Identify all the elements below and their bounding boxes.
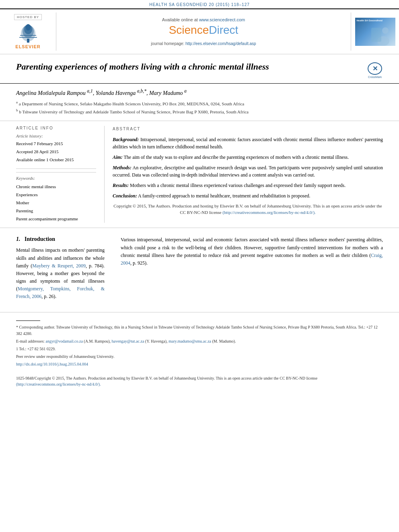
abstract-background: Background: Intrapersonal, interpersonal… [113, 136, 383, 150]
conclusion-label: Conclusion: [113, 193, 137, 199]
footnote-divider [16, 320, 40, 321]
corresponding-text: * Corresponding author. Tshwane Universi… [16, 325, 378, 336]
svg-rect-9 [371, 28, 381, 42]
thumbnail-image-icon [363, 26, 395, 46]
article-title: Parenting experiences of mothers living … [16, 61, 367, 73]
article-info-column: ARTICLE INFO Article history: Received 7… [16, 126, 105, 223]
sciencedirect-section: Available online at www.sciencedirect.co… [56, 12, 351, 51]
affil-b-text: b Tshwane University of Technology and A… [19, 109, 249, 114]
main-content: 1. Introduction Mental illness impacts o… [0, 228, 399, 312]
svg-point-7 [382, 27, 389, 34]
received-date: Received 7 February 2015 [16, 140, 96, 148]
elsevier-logo: ELSEVIER [15, 23, 40, 49]
doi-link: http://dx.doi.org/10.1016/j.hsag.2015.04… [16, 361, 383, 368]
email-havenga[interactable]: havengay@tut.ac.za [112, 339, 144, 343]
background-text: Intrapersonal, interpersonal, social and… [113, 137, 383, 150]
abstract-results: Results: Mothers with a chronic mental i… [113, 182, 383, 189]
email-label: E-mail addresses: [16, 339, 45, 343]
abstract-methods: Methods: An explorative, descriptive and… [113, 164, 383, 179]
journal-header: HEALTH SA GESONDHEID 20 (2015) 118–127 [0, 0, 399, 8]
journal-thumbnail-section: Health SA Gesondheid [351, 12, 399, 51]
keywords-label: Keywords: [16, 176, 96, 181]
direct-part: Direct [209, 24, 238, 36]
history-dates: Received 7 February 2015 Accepted 28 Apr… [16, 140, 96, 164]
footnotes-section: * Corresponding author. Tshwane Universi… [0, 312, 399, 372]
available-online-text: Available online at www.sciencedirect.co… [162, 17, 245, 22]
keyword-4: Parenting [16, 207, 96, 215]
keyword-3: Mother [16, 199, 96, 207]
affiliations: a a Department of Nursing Science, Sefak… [16, 100, 383, 115]
affiliation-b: b b Tshwane University of Technology and… [16, 108, 383, 115]
corresponding-author-note: * Corresponding author. Tshwane Universi… [16, 324, 383, 337]
intro-left-text: Mental illness impacts on mothers' paren… [16, 246, 105, 300]
methods-text: An explorative, descriptive and qualitat… [113, 165, 383, 178]
abstract-text: Background: Intrapersonal, interpersonal… [113, 136, 383, 216]
crossmark-circle: ✕ [368, 62, 382, 75]
sciencedirect-url[interactable]: www.sciencedirect.com [199, 17, 245, 22]
journal-thumbnail: Health SA Gesondheid [355, 18, 395, 46]
citation-craig[interactable]: Craig, 2004 [121, 253, 383, 266]
conclusion-text: A family-centred approach to mental heal… [138, 193, 311, 199]
authors-line: Angelina Motlalepula Rampou a,1, Yolanda… [16, 88, 383, 97]
hosted-by-label: HOSTED BY [14, 14, 42, 20]
email-addresses-note: E-mail addresses: angyr@vodamail.co.za (… [16, 338, 383, 345]
available-date: Available online 1 October 2015 [16, 156, 96, 164]
publisher-header: HOSTED BY ELSEVIER Available online at w… [0, 8, 399, 54]
keyword-2: Experiences [16, 191, 96, 199]
crossmark-label: CrossMark [368, 76, 382, 78]
science-part: Science [169, 24, 209, 36]
peer-review-note: Peer review under responsibility of Joha… [16, 353, 383, 360]
intro-right-text: Various intrapersonal, interpersonal, so… [121, 236, 383, 267]
footer-section: 1025-9848/Copyright © 2015, The Authors.… [0, 372, 399, 390]
citation-maybery[interactable]: Maybery & Reupert, 2009 [32, 263, 86, 269]
elsevier-branding: HOSTED BY ELSEVIER [0, 12, 56, 51]
abstract-title: ABSTRACT [113, 126, 383, 132]
footer-license-url[interactable]: (http://creativecommons.org/licenses/by-… [16, 382, 101, 386]
thumbnail-title: Health SA Gesondheid [357, 19, 383, 22]
journal-header-text: HEALTH SA GESONDHEID 20 (2015) 118–127 [149, 2, 250, 7]
abstract-section: ABSTRACT Background: Intrapersonal, inte… [105, 126, 383, 223]
intro-heading: 1. Introduction [16, 236, 105, 242]
section-title: Introduction [25, 236, 55, 242]
aim-label: Aim: [113, 154, 123, 160]
footer-text: 1025-9848/Copyright © 2015, The Authors.… [16, 376, 317, 380]
authors-text: Angelina Motlalepula Rampou a,1, Yolanda… [16, 90, 187, 96]
abstract-conclusion: Conclusion: A family-centred approach to… [113, 192, 383, 199]
article-info-title: ARTICLE INFO [16, 126, 96, 130]
email-madumo[interactable]: mary.madumo@smu.ac.za [169, 339, 211, 343]
elsevier-tree-icon [16, 23, 40, 43]
keyword-5: Parent accompaniment programme [16, 215, 96, 223]
results-label: Results: [113, 183, 129, 188]
info-divider [16, 168, 96, 169]
accepted-date: Accepted 28 April 2015 [16, 148, 96, 156]
citation-montgomery[interactable]: Montgomery, Tompkins, Forchuk, & French,… [16, 286, 105, 299]
right-column: Various intrapersonal, interpersonal, so… [113, 236, 383, 304]
elsevier-wordmark: ELSEVIER [15, 44, 40, 49]
authors-section: Angelina Motlalepula Rampou a,1, Yolanda… [0, 84, 399, 121]
email-rampou[interactable]: angyr@vodamail.co.za [45, 339, 83, 343]
abstract-copyright: Copyright © 2015, The Authors. Productio… [113, 203, 383, 216]
affil-sup-b: b [16, 108, 18, 112]
keyword-1: Chronic mental illness [16, 183, 96, 191]
article-info-abstract: ARTICLE INFO Article history: Received 7… [0, 121, 399, 228]
keywords-section: Keywords: Chronic mental illness Experie… [16, 172, 96, 223]
history-label: Article history: [16, 134, 96, 138]
article-title-section: Parenting experiences of mothers living … [0, 54, 399, 84]
background-label: Background: [113, 137, 139, 142]
journal-homepage-url[interactable]: http://ees.elsevier.com/hsag/default.asp [185, 41, 256, 46]
svg-point-4 [26, 24, 31, 31]
affiliation-a: a a Department of Nursing Science, Sefak… [16, 100, 383, 107]
affil-sup-a: a [16, 100, 18, 104]
methods-label: Methods: [113, 165, 132, 170]
copyright-url[interactable]: (http://creativecommons.org/licenses/by-… [222, 210, 316, 215]
abstract-aim: Aim: The aim of the study was to explore… [113, 154, 383, 161]
journal-homepage: journal homepage: http://ees.elsevier.co… [151, 41, 256, 46]
section-number: 1. [16, 236, 21, 242]
aim-text: The aim of the study was to explore and … [123, 154, 349, 160]
results-text: Mothers with a chronic mental illness ex… [130, 183, 346, 188]
doi-url[interactable]: http://dx.doi.org/10.1016/j.hsag.2015.04… [16, 362, 88, 366]
affil-a-text: a Department of Nursing Science, Sefako … [19, 101, 245, 106]
sciencedirect-logo: ScienceDirect [169, 24, 239, 37]
left-column: 1. Introduction Mental illness impacts o… [16, 236, 113, 304]
footnote-1: 1 Tel.: +27 82 561 0229. [16, 346, 383, 352]
